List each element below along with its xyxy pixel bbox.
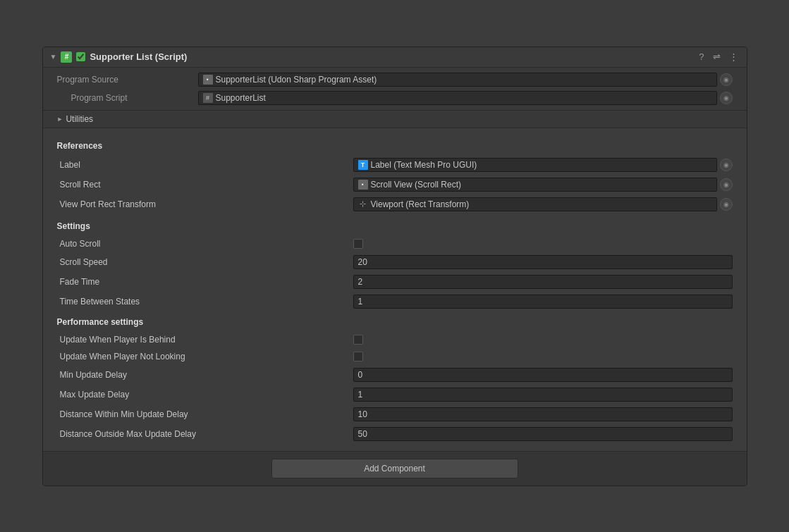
fade-time-field[interactable]: 2 (353, 275, 733, 289)
viewport-prop-label: View Port Rect Transform (57, 199, 353, 209)
component-title: Supporter List (Script) (90, 51, 693, 62)
panel-header: ▼ # Supporter List (Script) ? ⇌ ⋮ (43, 47, 747, 68)
auto-scroll-control (353, 239, 733, 249)
time-between-states-row: Time Between States 1 (57, 292, 733, 311)
sliders-icon[interactable]: ⇌ (711, 51, 722, 62)
auto-scroll-row: Auto Scroll (57, 235, 733, 252)
program-script-row: Program Script # SupporterList (43, 89, 747, 107)
scroll-rect-field[interactable]: ▪ Scroll View (Scroll Rect) (353, 178, 717, 192)
program-source-value: SupporterList (Udon Sharp Program Asset) (216, 75, 377, 85)
min-update-delay-row: Min Update Delay 0 (57, 365, 733, 385)
performance-heading: Performance settings (57, 317, 733, 327)
distance-outside-max-label: Distance Outside Max Update Delay (57, 429, 353, 439)
fade-time-row: Fade Time 2 (57, 272, 733, 292)
label-row: Label T Label (Text Mesh Pro UGUI) (57, 155, 733, 175)
help-icon[interactable]: ? (697, 51, 705, 62)
utilities-label: Utilities (66, 114, 93, 124)
distance-within-min-row: Distance Within Min Update Delay 10 (57, 404, 733, 424)
program-script-picker-btn[interactable] (720, 92, 733, 104)
auto-scroll-label: Auto Scroll (57, 239, 353, 249)
scroll-rect-prop-label: Scroll Rect (57, 180, 353, 190)
time-between-states-label: Time Between States (57, 297, 353, 307)
label-field[interactable]: T Label (Text Mesh Pro UGUI) (353, 158, 717, 172)
viewport-control: ⊹ Viewport (Rect Transform) (353, 197, 733, 211)
update-when-not-looking-checkbox[interactable] (353, 352, 363, 361)
update-when-not-looking-label: Update When Player Not Looking (57, 352, 353, 361)
max-update-delay-field[interactable]: 1 (353, 388, 733, 402)
scroll-rect-field-value: Scroll View (Scroll Rect) (371, 180, 461, 190)
settings-heading: Settings (57, 221, 733, 231)
program-source-picker-btn[interactable] (720, 73, 733, 86)
distance-outside-max-field[interactable]: 50 (353, 427, 733, 441)
scroll-rect-picker-btn[interactable] (720, 178, 733, 191)
program-script-icon: # (203, 93, 213, 103)
fade-time-label: Fade Time (57, 277, 353, 287)
program-source-label: Program Source (57, 75, 198, 85)
scroll-speed-row: Scroll Speed 20 (57, 252, 733, 272)
scroll-rect-control: ▪ Scroll View (Scroll Rect) (353, 178, 733, 192)
scroll-speed-field[interactable]: 20 (353, 255, 733, 269)
distance-within-min-control: 10 (353, 407, 733, 421)
info-section: Program Source ▪ SupporterList (Udon Sha… (43, 68, 747, 110)
viewport-field[interactable]: ⊹ Viewport (Rect Transform) (353, 197, 717, 211)
update-when-behind-row: Update When Player Is Behind (57, 331, 733, 348)
program-script-label: Program Script (57, 93, 198, 103)
update-when-behind-control (353, 335, 733, 345)
distance-outside-max-row: Distance Outside Max Update Delay 50 (57, 424, 733, 444)
update-when-behind-checkbox[interactable] (353, 335, 363, 345)
program-script-field[interactable]: # SupporterList (198, 91, 717, 105)
main-content: References Label T Label (Text Mesh Pro … (43, 128, 747, 451)
add-component-bar: Add Component (43, 451, 747, 485)
performance-section: Performance settings Update When Player … (57, 317, 733, 444)
scroll-rect-row: Scroll Rect ▪ Scroll View (Scroll Rect) (57, 175, 733, 194)
references-heading: References (57, 141, 733, 151)
component-enabled-checkbox[interactable] (76, 52, 85, 61)
min-update-delay-control: 0 (353, 368, 733, 382)
scroll-speed-label: Scroll Speed (57, 257, 353, 267)
utilities-row[interactable]: ► Utilities (43, 110, 747, 128)
update-when-not-looking-row: Update When Player Not Looking (57, 348, 733, 365)
program-source-row: Program Source ▪ SupporterList (Udon Sha… (43, 70, 747, 89)
program-source-field[interactable]: ▪ SupporterList (Udon Sharp Program Asse… (198, 73, 717, 87)
fade-time-control: 2 (353, 275, 733, 289)
collapse-arrow-icon[interactable]: ▼ (50, 53, 57, 61)
time-between-states-field[interactable]: 1 (353, 295, 733, 309)
settings-section: Settings Auto Scroll Scroll Speed 20 Fad… (57, 221, 733, 311)
max-update-delay-control: 1 (353, 388, 733, 402)
program-source-icon: ▪ (203, 75, 213, 85)
viewport-field-value: Viewport (Rect Transform) (371, 199, 470, 209)
scroll-speed-control: 20 (353, 255, 733, 269)
viewport-picker-btn[interactable] (720, 198, 733, 211)
max-update-delay-row: Max Update Delay 1 (57, 385, 733, 404)
script-badge-icon: # (61, 51, 72, 63)
scroll-view-icon: ▪ (358, 180, 368, 190)
header-actions: ? ⇌ ⋮ (697, 51, 739, 62)
distance-outside-max-control: 50 (353, 427, 733, 441)
min-update-delay-label: Min Update Delay (57, 370, 353, 380)
program-script-value: SupporterList (216, 93, 266, 103)
inspector-panel: ▼ # Supporter List (Script) ? ⇌ ⋮ Progra… (42, 47, 747, 486)
label-picker-btn[interactable] (720, 159, 733, 171)
viewport-icon: ⊹ (358, 199, 368, 209)
utilities-arrow-icon: ► (57, 116, 63, 123)
distance-within-min-label: Distance Within Min Update Delay (57, 409, 353, 419)
label-prop-label: Label (57, 160, 353, 170)
auto-scroll-checkbox[interactable] (353, 239, 363, 249)
min-update-delay-field[interactable]: 0 (353, 368, 733, 382)
program-source-value-wrap: ▪ SupporterList (Udon Sharp Program Asse… (198, 73, 733, 87)
max-update-delay-label: Max Update Delay (57, 390, 353, 400)
program-script-value-wrap: # SupporterList (198, 91, 733, 105)
label-control: T Label (Text Mesh Pro UGUI) (353, 158, 733, 172)
viewport-row: View Port Rect Transform ⊹ Viewport (Rec… (57, 194, 733, 214)
update-when-behind-label: Update When Player Is Behind (57, 335, 353, 345)
distance-within-min-field[interactable]: 10 (353, 407, 733, 421)
menu-icon[interactable]: ⋮ (728, 51, 740, 62)
references-section: References Label T Label (Text Mesh Pro … (57, 141, 733, 214)
label-field-value: Label (Text Mesh Pro UGUI) (371, 160, 477, 170)
time-between-states-control: 1 (353, 295, 733, 309)
update-when-not-looking-control (353, 352, 733, 361)
text-mesh-icon: T (358, 160, 368, 170)
add-component-button[interactable]: Add Component (271, 459, 518, 478)
